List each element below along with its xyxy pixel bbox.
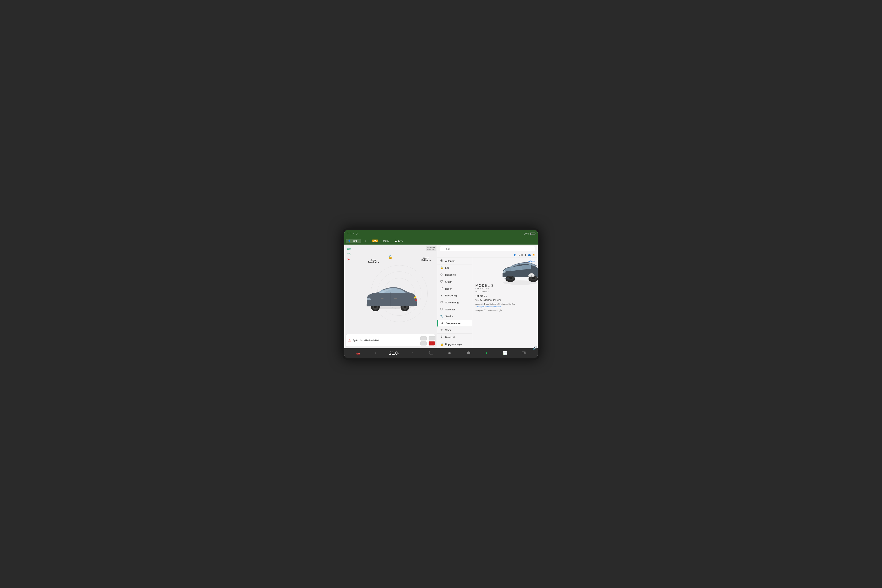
temperature-text: 13°C	[398, 240, 403, 242]
menu-item-uppgraderingar[interactable]: 🔓 Uppgraderingar	[437, 341, 472, 348]
menu-item-belysning[interactable]: Belysning	[437, 271, 472, 278]
sos-nav-item[interactable]: SOS	[371, 239, 380, 243]
screen: P R N D 29 % 👤 Profil ● ⬇ SOS	[344, 230, 538, 358]
svg-rect-12	[429, 336, 435, 340]
menu-label-sakerhet: Säkerhet	[445, 308, 455, 311]
svg-point-34	[508, 277, 512, 279]
menu-item-wifi[interactable]: Wi-Fi	[437, 327, 472, 334]
menu-label-uppgraderingar: Uppgraderingar	[445, 343, 462, 346]
menu-item-schemalägg[interactable]: Schemalägg	[437, 299, 472, 306]
svg-point-18	[441, 274, 442, 275]
menu-label-las: Lås	[445, 266, 449, 269]
svg-rect-11	[420, 336, 427, 340]
phone-icon-taskbar[interactable]: 📞	[427, 350, 434, 356]
person-icon: 👤	[348, 240, 351, 242]
profil-sub-label: Profil	[518, 254, 523, 256]
menu-list: Autopilot 🔒 Lås Belysning	[437, 258, 472, 348]
bluetooth-icon	[440, 335, 443, 339]
taskbar: 🚗 ‹ 21.0 ° › 📞 ••• ● 📊	[344, 348, 538, 358]
record-icon: ●	[358, 240, 359, 242]
info-icon: ⓘ	[484, 309, 486, 312]
mileage-row: 101 548 km	[476, 295, 535, 297]
baklucka-strong: Baklucka	[422, 259, 431, 262]
menu-item-skarm[interactable]: Skärm	[437, 278, 472, 285]
upgrade-icon: 🔓	[440, 343, 443, 346]
light-icon	[440, 273, 443, 276]
time-display: 09:26	[382, 239, 391, 243]
lock-icon-car: 🔓	[388, 255, 392, 259]
baklucka-label[interactable]: Öppna Baklucka	[422, 257, 431, 262]
search-bar: 🔍	[437, 244, 538, 253]
menu-label-programvara: Programvara	[446, 322, 460, 324]
svg-point-30	[442, 330, 442, 331]
menu-item-navigering[interactable]: ▲ Navigering	[437, 292, 472, 299]
vin-row: VIN 5YJ3E7EB0LF593186	[476, 299, 535, 302]
car-top-icon-taskbar[interactable]	[465, 350, 472, 356]
menu-item-programvara[interactable]: ⬇ Programvara	[437, 320, 472, 327]
menu-item-las[interactable]: 🔒 Lås	[437, 264, 472, 271]
paket-label: Paket som ingår	[488, 309, 502, 312]
battery-bar	[530, 232, 535, 235]
menu-item-sakerhet[interactable]: Säkerhet	[437, 306, 472, 313]
menu-item-autopilot[interactable]: Autopilot	[437, 258, 472, 264]
menu-label-service: Service	[445, 315, 453, 318]
open-baklucka-text: Öppna	[423, 257, 429, 259]
car-view: Öppna Framlucka Öppna Baklucka 🔓	[347, 247, 434, 346]
trips-icon	[440, 287, 443, 290]
download-nav-item[interactable]: ⬇	[364, 239, 368, 243]
car-info-panel: Nebula MODEL 3 LONG RANGE DUAL MOTOR 101…	[472, 258, 538, 348]
menu-label-skarm: Skärm	[445, 280, 452, 283]
menu-label-resor: Resor	[445, 287, 452, 290]
temp-unit: °	[398, 352, 399, 355]
autopilot-info-text: Autopilot: Dator för total självkörnings…	[476, 303, 515, 305]
svg-point-17	[441, 260, 442, 261]
svg-rect-13	[420, 342, 427, 345]
download-icon: ⬇	[365, 240, 367, 242]
dots-icon-taskbar[interactable]: •••	[446, 350, 453, 356]
menu-item-service[interactable]: 🔧 Service	[437, 313, 472, 320]
chevron-left-icon[interactable]: ‹	[373, 350, 378, 356]
weather-display: 🌤 13°C	[393, 239, 405, 243]
menu-label-bluetooth: Bluetooth	[445, 336, 455, 339]
framlucka-label[interactable]: Öppna Framlucka	[368, 259, 379, 264]
framlucka-strong: Framlucka	[368, 261, 379, 264]
nebula-link[interactable]: Nebula	[528, 260, 535, 262]
media-icon-taskbar[interactable]	[520, 350, 528, 356]
temp-value: 21.0	[389, 351, 398, 356]
seat-diagram: !	[420, 336, 433, 345]
profil-nav-item[interactable]: 👤 Profil ●	[346, 239, 361, 243]
autopilot-icon	[440, 259, 443, 262]
menu-label-navigering: Navigering	[445, 294, 457, 297]
search-input[interactable]	[440, 246, 535, 251]
airbag-line1: PASSENGER	[427, 247, 435, 248]
software-icon: ⬇	[440, 322, 444, 325]
time-text: 09:26	[383, 240, 389, 242]
warning-panel: ⚠ Spänn fast säkerhetsbältet !	[346, 334, 435, 346]
person-icon-sub: 👤	[513, 254, 516, 256]
top-nav: 👤 Profil ● ⬇ SOS 09:26 🌤 13°C	[344, 237, 538, 244]
service-icon: 🔧	[440, 315, 443, 318]
menu-label-wifi: Wi-Fi	[445, 329, 451, 332]
signal-icon-sub: 📶	[532, 254, 535, 256]
vin-value: 5YJ3E7EB0LF593186	[480, 299, 501, 302]
search-wrapper: 🔍	[440, 246, 535, 251]
svg-text:!: !	[432, 342, 432, 345]
fordons-link[interactable]: Ytterligare fordonsinformation	[476, 306, 535, 308]
spotify-icon[interactable]: ●	[484, 350, 490, 356]
chart-icon-taskbar[interactable]: 📊	[501, 350, 509, 356]
car-icon-taskbar[interactable]: 🚗	[354, 351, 362, 356]
menu-item-resor[interactable]: Resor	[437, 285, 472, 292]
split-content: Autopilot 🔒 Lås Belysning	[437, 258, 538, 348]
volume-icon[interactable]: 🔊	[533, 346, 537, 348]
svg-rect-8	[394, 298, 397, 299]
download-icon-sub: ⬇	[525, 254, 526, 256]
car-svg: ⚡	[360, 279, 422, 318]
cloud-download-icon	[528, 273, 535, 279]
menu-item-bluetooth[interactable]: Bluetooth	[437, 334, 472, 341]
left-panel: ≡⊂ ≡∿ ⚑ Öppna Framlucka Öppna	[344, 244, 437, 348]
mileage-value: 101 548 km	[476, 295, 487, 297]
svg-rect-40	[522, 351, 524, 354]
status-bar: P R N D 29 %	[344, 230, 538, 237]
chevron-right-icon[interactable]: ›	[411, 350, 415, 356]
passenger-airbag-notice: PASSENGER AIRBAG OFF	[426, 246, 436, 251]
